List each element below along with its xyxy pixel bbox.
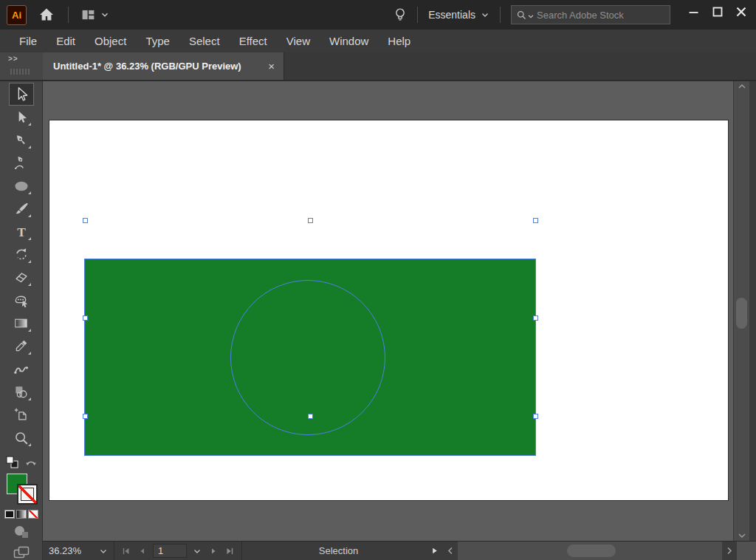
rotate-tool-icon [13, 247, 30, 263]
status-display[interactable]: Selection [242, 542, 443, 560]
scroll-left-icon[interactable] [443, 542, 458, 560]
none-mode-button[interactable] [28, 510, 38, 519]
zoom-level-dropdown[interactable]: 36.23% [43, 542, 114, 560]
selection-handle-w[interactable] [83, 315, 88, 321]
menu-view[interactable]: View [277, 30, 320, 52]
app-logo-icon[interactable]: Ai [7, 5, 27, 25]
artboard[interactable] [49, 120, 728, 500]
paintbrush-tool-button[interactable] [9, 197, 34, 220]
artboard-number-value: 1 [158, 545, 163, 556]
circle-path[interactable] [230, 280, 385, 435]
vertical-scrollbar[interactable] [733, 81, 749, 541]
selection-handle-s[interactable] [308, 414, 313, 419]
status-flyout-icon[interactable] [430, 547, 439, 555]
svg-text:T: T [17, 224, 26, 239]
shape-builder-tool-button[interactable] [9, 380, 34, 403]
screen-mode-button[interactable] [13, 545, 30, 560]
selection-handle-n[interactable] [308, 218, 313, 223]
scroll-down-icon[interactable] [734, 532, 749, 539]
eraser-tool-icon [13, 270, 30, 286]
gradient-mode-button[interactable] [16, 510, 27, 519]
shaper-tool-icon [13, 292, 30, 309]
title-bar: Ai Essentials [0, 0, 756, 30]
selection-handle-sw[interactable] [83, 414, 88, 419]
arrange-documents-button[interactable] [80, 7, 110, 23]
artboard-number-field[interactable]: 1 [153, 544, 187, 558]
drawing-mode-button[interactable] [15, 526, 28, 538]
chevron-down-icon [100, 10, 110, 20]
menu-edit[interactable]: Edit [47, 30, 85, 52]
zoom-tool-button[interactable] [9, 426, 34, 449]
curvature-tool-button[interactable] [9, 151, 34, 174]
direct-selection-tool-button[interactable] [9, 106, 34, 129]
search-scope-chevron-icon [527, 13, 535, 20]
workspace-switcher[interactable]: Essentials [418, 9, 500, 21]
puppet-warp-tool-icon [13, 361, 30, 378]
panel-collapse-button[interactable]: >> [8, 55, 18, 63]
previous-artboard-button[interactable] [135, 544, 150, 559]
close-button[interactable] [729, 1, 753, 22]
artboard-list-dropdown[interactable] [190, 544, 205, 559]
menu-object[interactable]: Object [85, 30, 136, 52]
maximize-button[interactable] [706, 1, 729, 22]
menu-bar: File Edit Object Type Select Effect View… [0, 30, 756, 52]
panel-grip-handle[interactable] [10, 69, 31, 75]
eyedropper-tool-button[interactable] [9, 335, 34, 358]
selection-tool-button[interactable] [9, 83, 34, 106]
stroke-swatch[interactable] [17, 484, 38, 505]
ellipse-tool-button[interactable] [9, 174, 34, 197]
workspace-label: Essentials [428, 9, 475, 21]
adobe-stock-search[interactable] [511, 5, 670, 24]
default-fill-stroke-icon[interactable] [5, 455, 19, 469]
menu-type[interactable]: Type [136, 30, 179, 52]
titlebar-separator [500, 7, 501, 23]
tab-close-icon[interactable]: × [268, 60, 275, 72]
horizontal-scrollbar[interactable] [458, 542, 722, 560]
shaper-tool-button[interactable] [9, 289, 34, 312]
last-artboard-button[interactable] [222, 544, 237, 559]
horizontal-scrollbar-thumb[interactable] [567, 544, 616, 557]
direct-selection-tool-icon [14, 110, 29, 125]
search-input[interactable] [537, 10, 665, 21]
first-artboard-button[interactable] [119, 544, 134, 559]
scroll-right-icon[interactable] [722, 542, 737, 560]
next-artboard-button[interactable] [206, 544, 221, 559]
canvas[interactable] [43, 81, 733, 541]
artboard-tool-button[interactable] [9, 403, 34, 426]
menu-help[interactable]: Help [378, 30, 420, 52]
vertical-scrollbar-thumb[interactable] [736, 298, 747, 329]
color-mode-button[interactable] [4, 510, 15, 519]
selection-handle-se[interactable] [533, 414, 538, 419]
selection-handle-e[interactable] [533, 315, 538, 321]
minimize-button[interactable] [682, 1, 706, 22]
menu-window[interactable]: Window [320, 30, 378, 52]
toolbar-panel-header: >> [0, 52, 43, 80]
rotate-tool-button[interactable] [9, 243, 34, 266]
selection-handle-nw[interactable] [83, 218, 88, 223]
paintbrush-tool-icon [13, 201, 30, 217]
scroll-up-icon[interactable] [734, 83, 749, 90]
type-tool-button[interactable]: T [9, 220, 34, 243]
gradient-tool-button[interactable] [9, 312, 34, 335]
discover-lightbulb-icon[interactable] [392, 6, 408, 24]
curvature-tool-icon [13, 155, 30, 171]
pen-tool-button[interactable] [9, 129, 34, 151]
right-dock-edge [749, 81, 756, 541]
document-tab[interactable]: Untitled-1* @ 36.23% (RGB/GPU Preview) × [43, 52, 284, 80]
selection-handle-ne[interactable] [533, 218, 538, 223]
swap-fill-stroke-icon[interactable] [24, 457, 38, 468]
tools-panel: T [0, 81, 43, 560]
selected-rectangle-shape[interactable] [85, 259, 535, 455]
menu-effect[interactable]: Effect [230, 30, 277, 52]
eraser-tool-button[interactable] [9, 266, 34, 289]
menu-file[interactable]: File [10, 30, 47, 52]
puppet-warp-tool-button[interactable] [9, 358, 34, 380]
window-controls [682, 1, 753, 22]
eyedropper-tool-icon [13, 338, 29, 354]
pen-tool-icon [13, 132, 29, 148]
selection-tool-icon [13, 86, 30, 103]
home-icon[interactable] [38, 6, 55, 24]
color-controls [4, 455, 38, 560]
menu-select[interactable]: Select [179, 30, 230, 52]
zoom-tool-icon [13, 430, 30, 446]
